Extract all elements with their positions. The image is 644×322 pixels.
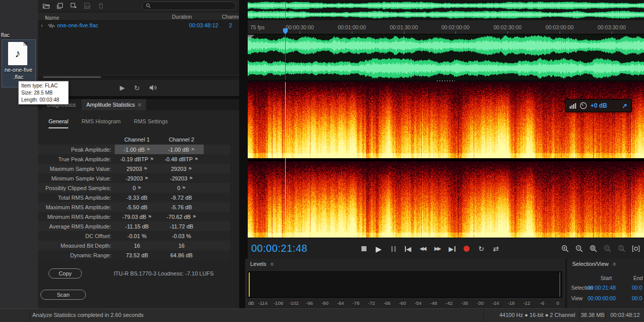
search-input[interactable] <box>153 3 233 9</box>
levels-unit-label: dB <box>248 300 254 306</box>
levels-tick-label: -6 <box>540 300 544 306</box>
levels-tick-label: -84 <box>337 300 344 306</box>
subtab-rms-histogram[interactable]: RMS Histogram <box>81 118 121 128</box>
stat-value-ch2: -9.72 dB <box>171 195 192 201</box>
file-row[interactable]: › one-one-five.flac 00:03:48:12 2 <box>38 22 239 30</box>
subtab-general[interactable]: General <box>49 118 68 128</box>
levels-tick-label: -18 <box>508 300 515 306</box>
subtab-rms-settings[interactable]: RMS Settings <box>134 118 168 128</box>
scrollbar-thumb[interactable] <box>43 76 101 78</box>
levels-tick-label: -72 <box>368 300 375 306</box>
zoom-selection-out-point-button[interactable] <box>617 244 626 253</box>
stat-cell: -1.00 dB⚑ <box>115 145 159 154</box>
stat-value-ch1: -0.01 % <box>127 233 147 239</box>
locate-marker-icon[interactable]: ⚑ <box>150 157 154 162</box>
splitter-grip-icon[interactable] <box>437 80 455 81</box>
zoom-selection-in-point-button[interactable] <box>603 244 612 253</box>
locate-marker-icon[interactable]: ⚑ <box>146 147 150 152</box>
preview-loop-button[interactable]: ↻ <box>134 84 140 91</box>
selection-start-value[interactable]: 00:00:21:48 <box>582 285 616 291</box>
locate-marker-icon[interactable]: ⚑ <box>137 186 142 191</box>
files-horizontal-scrollbar[interactable] <box>38 76 239 78</box>
ruler-time-label: 00:02:30:00 <box>493 24 521 30</box>
preview-play-button[interactable]: ▶ <box>120 84 125 91</box>
panel-menu-icon[interactable]: ≡ <box>613 261 616 267</box>
column-header-duration[interactable]: Duration <box>172 14 192 20</box>
loop-playback-button[interactable]: ↻ <box>477 244 485 253</box>
music-note-icon: ♪ <box>8 47 27 60</box>
import-file-icon[interactable] <box>56 2 64 10</box>
zoom-out-button[interactable] <box>575 244 583 253</box>
stat-label: Minimum RMS Amplitude: <box>38 214 115 220</box>
rewind-button[interactable]: ◀◀ <box>419 244 427 253</box>
selection-view-header: Selection/View ≡ <box>567 259 644 269</box>
stat-cell: -0.19 dBTP⚑ <box>115 154 159 164</box>
stat-cell: 16 <box>115 241 159 250</box>
stat-cell: -9.33 dB <box>115 193 159 202</box>
desktop-icon-partial-label: flac <box>1 32 10 38</box>
new-container-icon[interactable] <box>69 2 77 10</box>
pause-button[interactable] <box>389 244 397 253</box>
column-header-channels[interactable]: Channe <box>222 14 239 20</box>
locate-marker-icon[interactable]: ⚑ <box>182 186 186 191</box>
play-button[interactable]: ▶ <box>375 244 383 253</box>
locate-marker-icon[interactable]: ⚑ <box>144 166 148 171</box>
skip-to-end-button[interactable]: ▶ <box>448 244 456 253</box>
ruler-tick <box>508 31 508 34</box>
fps-label: 75 fps <box>250 24 265 30</box>
hud-knob-icon[interactable] <box>580 102 587 109</box>
panel-menu-icon[interactable]: ≡ <box>138 102 141 108</box>
stat-value-ch1: -11.15 dB <box>125 223 149 229</box>
stat-label: Maximum RMS Amplitude: <box>38 204 115 210</box>
speaker-icon[interactable] <box>149 84 157 91</box>
search-icon <box>146 3 151 9</box>
scan-button[interactable]: Scan <box>40 290 86 300</box>
zoom-to-selection-button[interactable] <box>589 244 597 253</box>
record-button[interactable] <box>463 244 471 253</box>
locate-marker-icon[interactable]: ⚑ <box>191 147 195 152</box>
skip-to-start-button[interactable]: ◀ <box>404 244 412 253</box>
stat-label: Average RMS Amplitude: <box>38 223 115 229</box>
stop-button[interactable] <box>360 244 368 253</box>
levels-title: Levels <box>250 261 266 267</box>
locate-marker-icon[interactable]: ⚑ <box>188 166 192 171</box>
levels-tick-label: -42 <box>446 300 453 306</box>
locate-marker-icon[interactable]: ⚑ <box>189 176 193 181</box>
zoom-in-button[interactable] <box>561 244 569 253</box>
zoom-toolbar <box>561 244 640 253</box>
timeline-ruler[interactable]: 75 fps 00:00:30:0000:01:00:0000:01:30:00… <box>248 20 644 34</box>
open-file-icon[interactable] <box>42 2 50 10</box>
view-end-value[interactable]: 00:0 <box>632 295 644 301</box>
zoom-navigator[interactable] <box>248 0 644 20</box>
tab-amplitude-statistics[interactable]: Amplitude Statistics ≡ <box>81 99 146 110</box>
levels-tick-label: -30 <box>477 300 484 306</box>
stats-row: Dynamic Range:73.52 dB64.86 dB <box>38 250 230 260</box>
playhead-line-navigator <box>285 1 286 19</box>
fast-forward-button[interactable]: ▶▶ <box>433 244 441 253</box>
locate-marker-icon[interactable]: ⚑ <box>192 214 196 219</box>
levels-tick-label: -90 <box>321 300 329 306</box>
copy-button[interactable]: Copy <box>49 268 82 279</box>
channel-drag-handle[interactable] <box>248 35 254 41</box>
flac-file-icon[interactable]: ♪ <box>8 42 27 65</box>
ruler-time-label: 00:03:00:00 <box>545 24 573 30</box>
locate-marker-icon[interactable]: ⚑ <box>194 157 198 162</box>
delete-icon[interactable] <box>97 2 105 10</box>
stat-cell: -70.62 dB⚑ <box>159 212 204 221</box>
locate-marker-icon[interactable]: ⚑ <box>148 214 152 219</box>
ruler-time-label: 00:00:30:00 <box>286 24 313 30</box>
files-search-box[interactable] <box>142 2 236 10</box>
skip-selection-button[interactable]: ⇄ <box>492 244 500 253</box>
selection-end-value[interactable]: 00:0 <box>632 285 644 291</box>
panel-menu-icon[interactable]: ≡ <box>270 261 273 267</box>
waveform-display[interactable] <box>248 34 644 80</box>
file-tooltip: Item type: FLAC Size: 28.5 MB Length: 00… <box>18 81 69 105</box>
hud-dock-arrow-icon[interactable]: ↗ <box>622 102 627 110</box>
save-icon[interactable] <box>83 2 91 10</box>
current-time-display[interactable]: 00:00:21:48 <box>251 243 307 254</box>
zoom-full-button[interactable] <box>631 244 640 253</box>
status-bar: Analyze Statistics completed in 2.60 sec… <box>0 308 644 322</box>
view-start-value[interactable]: 00:00:00:00 <box>582 295 616 301</box>
disclosure-arrow-icon[interactable]: › <box>41 22 43 28</box>
locate-marker-icon[interactable]: ⚑ <box>145 176 149 181</box>
